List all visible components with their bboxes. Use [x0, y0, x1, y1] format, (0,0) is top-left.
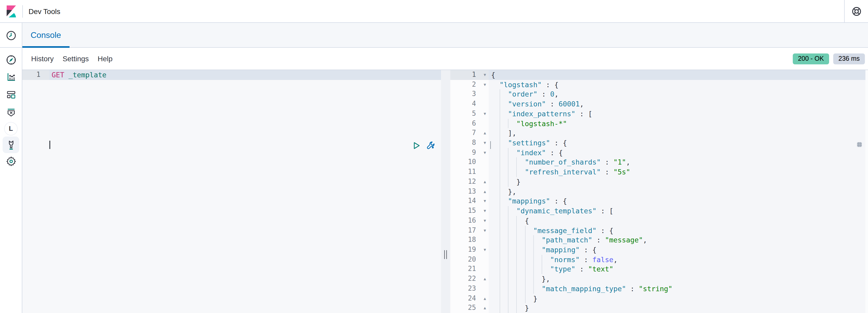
- fold-open-icon[interactable]: ▾: [481, 216, 489, 226]
- code-content[interactable]: }: [489, 177, 868, 187]
- menu-help[interactable]: Help: [97, 55, 113, 63]
- response-line[interactable]: 15▾ "dynamic_templates" : [: [450, 206, 868, 216]
- code-content[interactable]: GET _template: [49, 70, 441, 80]
- response-line[interactable]: 14▾ "mappings" : {: [450, 197, 868, 206]
- app-sidebar: L: [0, 23, 22, 313]
- response-line[interactable]: 2▾ "logstash" : {: [450, 80, 868, 89]
- sidebar-item-dashboard[interactable]: [0, 89, 22, 100]
- code-content[interactable]: },: [489, 187, 868, 196]
- request-editor[interactable]: 1GET _template: [22, 70, 441, 313]
- menu-settings[interactable]: Settings: [63, 55, 89, 63]
- code-content[interactable]: "mapping" : {: [489, 245, 868, 255]
- response-scrollbar-track[interactable]: [865, 70, 868, 313]
- response-line[interactable]: 24▴ }: [450, 293, 868, 303]
- sidebar-item-shield-app[interactable]: [0, 108, 22, 118]
- menu-history[interactable]: History: [31, 55, 54, 63]
- response-line[interactable]: 3 "order" : 0,: [450, 89, 868, 99]
- response-line[interactable]: 11 "refresh_interval" : "5s": [450, 167, 868, 177]
- response-drag-corner-icon[interactable]: [857, 142, 862, 147]
- code-content[interactable]: "index_patterns" : [: [489, 109, 868, 119]
- code-content[interactable]: {: [489, 216, 868, 226]
- code-content[interactable]: "mappings" : {: [489, 197, 868, 206]
- clock-icon: [5, 30, 17, 41]
- request-options-wrench-icon[interactable]: [427, 141, 435, 150]
- sidebar-item-space-avatar[interactable]: L: [0, 122, 22, 135]
- code-content[interactable]: "logstash" : {: [489, 80, 868, 89]
- response-line[interactable]: 25▴ }: [450, 304, 868, 313]
- code-content[interactable]: "version" : 60001,: [489, 99, 868, 109]
- response-line[interactable]: 9▾ "index" : {: [450, 148, 868, 158]
- code-content[interactable]: "order" : 0,: [489, 89, 868, 99]
- response-line[interactable]: 8▾ "settings" : {: [450, 138, 868, 148]
- code-content[interactable]: "index" : {: [489, 148, 868, 158]
- code-content[interactable]: "path_match" : "message",: [489, 235, 868, 245]
- sidebar-item-discover[interactable]: [0, 55, 22, 65]
- sidebar-item-recent[interactable]: [0, 30, 22, 41]
- code-content[interactable]: "number_of_shards" : "1",: [489, 158, 868, 167]
- code-content[interactable]: "norms" : false,: [489, 255, 868, 264]
- help-menu-button[interactable]: [844, 0, 868, 22]
- fold-close-icon[interactable]: ▴: [481, 293, 489, 303]
- fold-open-icon[interactable]: ▾: [481, 148, 489, 158]
- fold-open-icon[interactable]: ▾: [481, 70, 489, 80]
- fold-open-icon[interactable]: ▾: [481, 80, 489, 89]
- response-line[interactable]: 12▴ }: [450, 177, 868, 187]
- fold-close-icon[interactable]: ▴: [481, 177, 489, 187]
- gutter-cell: 18: [450, 235, 489, 245]
- code-content[interactable]: "type" : "text": [489, 264, 868, 274]
- response-viewer[interactable]: 1▾{2▾ "logstash" : {3 "order" : 0,4 "ver…: [450, 70, 868, 313]
- fold-open-icon[interactable]: ▾: [481, 109, 489, 119]
- fold-close-icon[interactable]: ▴: [481, 304, 489, 313]
- kibana-logo-button[interactable]: [0, 0, 22, 23]
- code-content[interactable]: "match_mapping_type" : "string": [489, 284, 868, 293]
- response-line[interactable]: 16▾ {: [450, 216, 868, 226]
- response-line[interactable]: 18 "path_match" : "message",: [450, 235, 868, 245]
- code-content[interactable]: "dynamic_templates" : [: [489, 206, 868, 216]
- code-content[interactable]: },: [489, 274, 868, 284]
- line-number: 1: [450, 70, 481, 80]
- response-line[interactable]: 22▴ },: [450, 274, 868, 284]
- code-content[interactable]: "settings" : {: [489, 138, 868, 148]
- response-line[interactable]: 20 "norms" : false,: [450, 255, 868, 264]
- fold-close-icon[interactable]: ▴: [481, 129, 489, 138]
- tab-console[interactable]: Console: [22, 23, 69, 47]
- sidebar-item-management[interactable]: [0, 156, 22, 167]
- fold-open-icon[interactable]: ▾: [481, 245, 489, 255]
- response-line[interactable]: 7▴ ],: [450, 129, 868, 138]
- response-line[interactable]: 17▾ "message_field" : {: [450, 226, 868, 235]
- request-line[interactable]: 1GET _template: [22, 70, 441, 80]
- code-content[interactable]: ],: [489, 129, 868, 138]
- response-line[interactable]: 13▴ },: [450, 187, 868, 196]
- code-content[interactable]: }: [489, 293, 868, 303]
- response-line[interactable]: 23 "match_mapping_type" : "string": [450, 284, 868, 293]
- response-line[interactable]: 10 "number_of_shards" : "1",: [450, 158, 868, 167]
- line-number: 20: [450, 255, 481, 264]
- line-number: 7: [450, 129, 481, 138]
- gutter-cell: 21: [450, 264, 489, 274]
- indent-guide: [500, 197, 500, 206]
- fold-open-icon[interactable]: ▾: [481, 226, 489, 235]
- fold-close-icon[interactable]: ▴: [481, 274, 489, 284]
- splitter-grab-handle[interactable]: [444, 250, 447, 259]
- code-content[interactable]: }: [489, 304, 868, 313]
- top-header: Dev Tools: [0, 0, 868, 23]
- sidebar-item-devtools-active[interactable]: [0, 140, 22, 150]
- code-content[interactable]: "logstash-*": [489, 119, 868, 128]
- response-line[interactable]: 19▾ "mapping" : {: [450, 245, 868, 255]
- sidebar-item-visualize[interactable]: [0, 72, 22, 83]
- send-request-play-icon[interactable]: [413, 142, 420, 149]
- fold-open-icon[interactable]: ▾: [481, 197, 489, 206]
- response-line[interactable]: 1▾{: [450, 70, 868, 80]
- response-line[interactable]: 5▾ "index_patterns" : [: [450, 109, 868, 119]
- code-content[interactable]: "message_field" : {: [489, 226, 868, 235]
- response-line[interactable]: 4 "version" : 60001,: [450, 99, 868, 109]
- response-line[interactable]: 6 "logstash-*": [450, 119, 868, 128]
- editor-resize-splitter[interactable]: [441, 70, 450, 313]
- indent-guide: [500, 99, 500, 109]
- fold-close-icon[interactable]: ▴: [481, 187, 489, 196]
- response-line[interactable]: 21 "type" : "text": [450, 264, 868, 274]
- code-content[interactable]: {: [489, 70, 868, 80]
- fold-open-icon[interactable]: ▾: [481, 206, 489, 216]
- fold-open-icon[interactable]: ▾: [481, 138, 489, 148]
- code-content[interactable]: "refresh_interval" : "5s": [489, 167, 868, 177]
